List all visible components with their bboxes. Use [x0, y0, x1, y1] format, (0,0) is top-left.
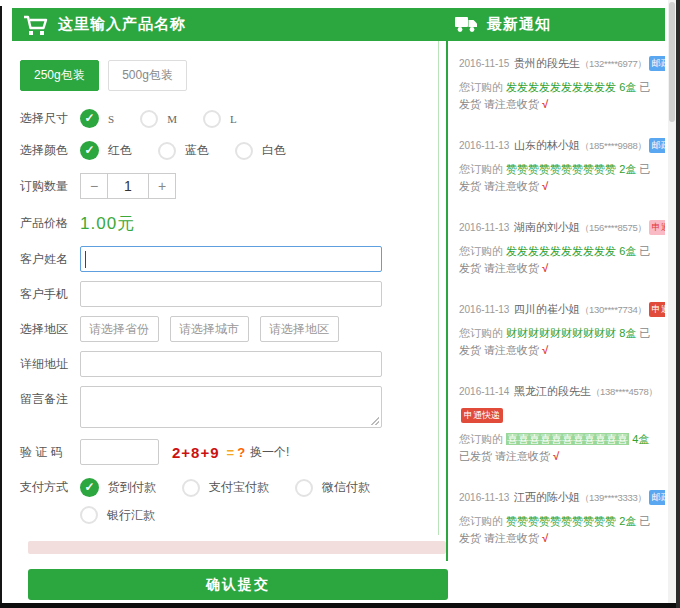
size-l-label: L	[230, 113, 237, 125]
form-fields: 选择尺寸 ✓ S M L 选择颜色 ✓ 红色 蓝色 白色 订购数量 − 1 + …	[20, 109, 439, 600]
submit-button[interactable]: 确认提交	[28, 569, 448, 600]
color-blue-label: 蓝色	[185, 142, 209, 159]
payment-cod-radio-checked-icon[interactable]: ✓	[80, 478, 99, 497]
check-mark: √	[542, 262, 548, 274]
box-count: 2盒	[619, 163, 636, 175]
city-select[interactable]: 请选择城市	[170, 316, 249, 342]
product-name: 赞赞赞赞赞赞赞赞赞赞	[506, 163, 616, 175]
notice-customer-name: 四川的崔小姐	[514, 303, 580, 315]
quantity-label: 订购数量	[20, 178, 80, 195]
size-label: 选择尺寸	[20, 110, 80, 127]
notice-head-line: 2016-11-13 江西的陈小姐（139****3333）邮政EMS	[459, 487, 665, 505]
customer-phone-input[interactable]	[80, 281, 382, 307]
color-white-radio[interactable]	[235, 142, 253, 160]
size-s-radio-checked-icon[interactable]: ✓	[80, 109, 99, 128]
note-textarea[interactable]	[80, 386, 382, 428]
notice-head-line: 2016-11-14 黑龙江的段先生（138****4578）	[459, 381, 665, 399]
check-mark: √	[553, 450, 559, 462]
notice-item: 2016-11-15 贵州的段先生（132****6977）邮政EMS 您订购的…	[459, 53, 665, 113]
quantity-row: 订购数量 − 1 +	[20, 173, 439, 199]
district-select[interactable]: 请选择地区	[260, 316, 339, 342]
notice-date: 2016-11-13	[459, 222, 509, 233]
notice-title: 最新通知	[487, 15, 551, 34]
notice-phone: （138****4578）	[591, 386, 658, 397]
tab-250g-package[interactable]: 250g包装	[20, 60, 99, 91]
address-input[interactable]	[80, 351, 382, 377]
courier-badge: 邮政EMS	[649, 490, 665, 505]
payment-wechat-label: 微信付款	[322, 479, 370, 496]
captcha-equals: =	[227, 445, 235, 460]
order-form: 250g包装 500g包装 选择尺寸 ✓ S M L 选择颜色 ✓ 红色 蓝色 …	[12, 41, 439, 600]
notice-head-line: 2016-11-13 四川的崔小姐（130****7734）申通快递	[459, 299, 665, 317]
cart-icon	[22, 14, 49, 36]
address-label: 详细地址	[20, 356, 80, 373]
payment-bank-label: 银行汇款	[107, 507, 155, 524]
notice-phone: （156****8575）	[580, 222, 647, 233]
payment-bank-radio[interactable]	[80, 506, 98, 524]
price-row: 产品价格 1.00元	[20, 212, 439, 235]
payment-wechat-radio[interactable]	[295, 479, 313, 497]
courier-badge: 邮政EMS	[649, 56, 665, 71]
notice-customer-name: 江西的陈小姐	[514, 491, 580, 503]
size-l-radio[interactable]	[203, 110, 221, 128]
notice-list: 2016-11-15 贵州的段先生（132****6977）邮政EMS 您订购的…	[459, 53, 665, 561]
order-prefix: 您订购的	[459, 245, 503, 257]
box-count: 2盒	[619, 515, 636, 527]
resize-grip-icon[interactable]	[371, 417, 379, 425]
tab-500g-package[interactable]: 500g包装	[108, 60, 187, 91]
notice-body-line: 您订购的 赞赞赞赞赞赞赞赞赞赞 2盒 已发货 请注意收货 √	[459, 513, 659, 547]
window-edge-left	[0, 6, 2, 608]
notice-customer-name: 湖南的刘小姐	[514, 221, 580, 233]
notice-item: 2016-11-14 黑龙江的段先生（138****4578） 申通快递 您订购…	[459, 381, 665, 465]
page-scrollbar-thumb[interactable]	[669, 2, 675, 122]
province-select[interactable]: 请选择省份	[80, 316, 159, 342]
quantity-plus-button[interactable]: +	[148, 173, 176, 199]
order-prefix: 您订购的	[459, 433, 503, 445]
customer-phone-row: 客户手机	[20, 281, 439, 307]
payment-alipay-radio[interactable]	[182, 479, 200, 497]
captcha-input[interactable]	[80, 439, 159, 465]
window-edge-bottom	[0, 603, 680, 608]
product-name: 赞赞赞赞赞赞赞赞赞赞	[506, 515, 616, 527]
order-prefix: 您订购的	[459, 327, 503, 339]
courier-badge: 申通快递	[461, 408, 503, 423]
quantity-minus-button[interactable]: −	[80, 173, 108, 199]
notice-head-line: 2016-11-13 湖南的刘小姐（156****8575）申通快递	[459, 217, 665, 235]
color-label: 选择颜色	[20, 142, 80, 159]
notice-body-line: 您订购的 喜喜喜喜喜喜喜喜喜喜喜 4盒 已发货 请注意收货 √	[459, 431, 659, 465]
top-header-bar: 这里输入产品名称 最新通知	[12, 8, 665, 41]
captcha-refresh-link[interactable]: 换一个!	[250, 444, 289, 461]
notice-phone: （132****6977）	[580, 58, 647, 69]
courier-badge: 申通快递	[649, 302, 665, 317]
color-red-radio-checked-icon[interactable]: ✓	[80, 141, 99, 160]
color-blue-radio[interactable]	[158, 142, 176, 160]
shipping-status: 已发货 请注意收货	[459, 450, 550, 462]
customer-name-input[interactable]	[80, 246, 382, 272]
region-row: 选择地区 请选择省份 请选择城市 请选择地区	[20, 316, 439, 342]
region-label: 选择地区	[20, 321, 80, 338]
color-red-label: 红色	[108, 142, 132, 159]
notice-phone: （130****7734）	[580, 304, 647, 315]
order-prefix: 您订购的	[459, 81, 503, 93]
notice-item: 2016-11-13 四川的崔小姐（130****7734）申通快递 您订购的 …	[459, 299, 665, 359]
box-count: 4盒	[632, 433, 649, 445]
captcha-row: 验 证 码 2+8+9 = ? 换一个!	[20, 439, 439, 465]
notice-body-line: 您订购的 财财财财财财财财财财 8盒 已发货 请注意收货 √	[459, 325, 659, 359]
order-prefix: 您订购的	[459, 515, 503, 527]
size-m-radio[interactable]	[140, 110, 158, 128]
product-title: 这里输入产品名称	[58, 15, 186, 34]
color-row: 选择颜色 ✓ 红色 蓝色 白色	[20, 141, 439, 160]
captcha-question-mark: ?	[237, 445, 245, 460]
captcha-label: 验 证 码	[20, 444, 80, 461]
validation-alert-bar	[28, 541, 446, 554]
size-s-label: S	[108, 113, 114, 125]
note-label: 留言备注	[20, 391, 80, 408]
quantity-value[interactable]: 1	[107, 173, 149, 199]
notice-date: 2016-11-15	[459, 58, 509, 69]
product-name: 喜喜喜喜喜喜喜喜喜喜喜	[506, 433, 629, 445]
payment-alipay-label: 支付宝付款	[209, 479, 269, 496]
note-row: 留言备注	[20, 386, 439, 428]
notice-body-line: 您订购的 发发发发发发发发发发 6盒 已发货 请注意收货 √	[459, 243, 659, 277]
product-header-group: 这里输入产品名称	[22, 8, 186, 41]
size-row: 选择尺寸 ✓ S M L	[20, 109, 439, 128]
